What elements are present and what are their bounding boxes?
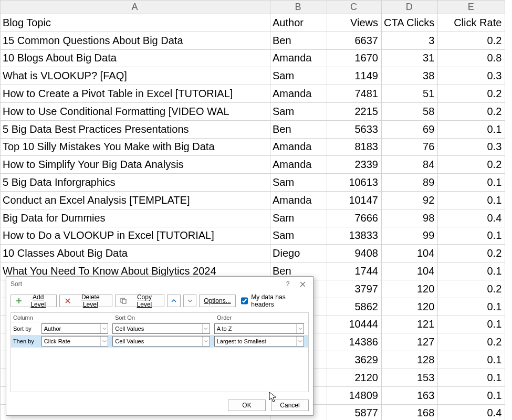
cell[interactable]: 0.3 — [438, 138, 505, 156]
cell[interactable]: 3797 — [327, 280, 382, 298]
cell[interactable]: 128 — [382, 351, 438, 369]
cell[interactable]: 10 Classes About Big Data — [1, 245, 270, 262]
cell[interactable]: 0.1 — [438, 298, 505, 316]
cell[interactable]: 3 — [382, 32, 438, 49]
cell[interactable]: 0.2 — [438, 280, 505, 298]
level2-order-combo[interactable]: Largest to Smallest — [214, 336, 304, 346]
cell[interactable]: 5877 — [327, 404, 382, 420]
cell[interactable]: 0.3 — [438, 67, 505, 85]
move-down-button[interactable] — [183, 295, 197, 307]
cell[interactable]: 1670 — [327, 49, 382, 67]
header-cell[interactable]: Blog Topic — [1, 14, 270, 32]
header-cell[interactable]: Click Rate — [438, 14, 505, 32]
cell[interactable]: Sam — [270, 67, 327, 85]
cell[interactable]: Amanda — [270, 138, 327, 156]
level1-column-combo[interactable]: Author — [41, 323, 109, 334]
cell[interactable]: 0.1 — [438, 369, 505, 386]
cell[interactable]: 120 — [382, 280, 438, 298]
cell[interactable]: What is VLOOKUP? [FAQ] — [1, 67, 270, 85]
cell[interactable]: Sam — [270, 174, 327, 192]
cell[interactable]: 5633 — [327, 120, 382, 138]
cell[interactable]: 10613 — [327, 174, 382, 192]
col-header-b[interactable]: B — [270, 1, 327, 14]
cell[interactable]: 15 Common Questions About Big Data — [1, 32, 270, 49]
col-header-d[interactable]: D — [382, 1, 438, 14]
cell[interactable]: 84 — [382, 156, 438, 174]
cell[interactable]: 2120 — [327, 369, 382, 386]
cell[interactable]: Amanda — [270, 85, 327, 103]
cell[interactable]: 163 — [382, 386, 438, 404]
cancel-button[interactable]: Cancel — [271, 400, 309, 411]
cell[interactable]: 38 — [382, 67, 438, 85]
cell[interactable]: 0.4 — [438, 404, 505, 420]
cell[interactable]: Diego — [270, 245, 327, 262]
cell[interactable]: 0.2 — [438, 333, 505, 351]
cell[interactable]: 0.2 — [438, 156, 505, 174]
help-button[interactable]: ? — [280, 278, 295, 290]
cell[interactable]: How to Do a VLOOKUP in Excel [TUTORIAL] — [1, 227, 270, 245]
cell[interactable]: 10 Blogs About Big Data — [1, 49, 270, 67]
cell[interactable]: Top 10 Silly Mistakes You Make with Big … — [1, 138, 270, 156]
header-cell[interactable]: Views — [327, 14, 382, 32]
cell[interactable]: 120 — [382, 298, 438, 316]
cell[interactable]: Amanda — [270, 49, 327, 67]
cell[interactable]: 14809 — [327, 386, 382, 404]
cell[interactable]: 31 — [382, 49, 438, 67]
cell[interactable]: 168 — [382, 404, 438, 420]
cell[interactable]: 10444 — [327, 316, 382, 333]
options-button[interactable]: Options... — [199, 295, 235, 307]
cell[interactable]: 8183 — [327, 138, 382, 156]
cell[interactable]: 0.1 — [438, 227, 505, 245]
cell[interactable]: 0.1 — [438, 386, 505, 404]
col-header-e[interactable]: E — [438, 1, 505, 14]
cell[interactable]: 0.4 — [438, 209, 505, 227]
cell[interactable]: 92 — [382, 191, 438, 209]
level1-order-combo[interactable]: A to Z — [214, 323, 304, 334]
cell[interactable]: 5 Big Data Inforgraphics — [1, 174, 270, 192]
move-up-button[interactable] — [167, 295, 181, 307]
cell[interactable]: 0.1 — [438, 351, 505, 369]
cell[interactable]: 0.1 — [438, 120, 505, 138]
level1-sorton-combo[interactable]: Cell Values — [112, 323, 210, 334]
cell[interactable]: 153 — [382, 369, 438, 386]
cell[interactable]: 7481 — [327, 85, 382, 103]
copy-level-button[interactable]: Copy Level — [115, 295, 164, 307]
cell[interactable]: 0.2 — [438, 32, 505, 49]
cell[interactable]: How to Use Conditional Formatting [VIDEO… — [1, 102, 270, 120]
cell[interactable]: Ben — [270, 32, 327, 49]
cell[interactable]: 104 — [382, 262, 438, 280]
cell[interactable]: 5 Big Data Best Practices Presentations — [1, 120, 270, 138]
cell[interactable]: 0.1 — [438, 316, 505, 333]
cell[interactable]: 0.8 — [438, 49, 505, 67]
cell[interactable]: 76 — [382, 138, 438, 156]
cell[interactable]: 89 — [382, 174, 438, 192]
cell[interactable]: 51 — [382, 85, 438, 103]
header-cell[interactable]: CTA Clicks — [382, 14, 438, 32]
cell[interactable]: 1744 — [327, 262, 382, 280]
cell[interactable]: 0.2 — [438, 102, 505, 120]
ok-button[interactable]: OK — [228, 400, 266, 411]
delete-level-button[interactable]: Delete Level — [59, 295, 112, 307]
cell[interactable]: Amanda — [270, 156, 327, 174]
cell[interactable]: Sam — [270, 102, 327, 120]
cell[interactable]: 98 — [382, 209, 438, 227]
cell[interactable]: 5862 — [327, 298, 382, 316]
cell[interactable]: 121 — [382, 316, 438, 333]
close-button[interactable] — [295, 278, 310, 290]
cell[interactable]: 0.1 — [438, 191, 505, 209]
cell[interactable]: Big Data for Dummies — [1, 209, 270, 227]
level2-column-combo[interactable]: Click Rate — [41, 336, 109, 346]
cell[interactable]: 58 — [382, 102, 438, 120]
col-header-c[interactable]: C — [327, 1, 382, 14]
cell[interactable]: Sam — [270, 227, 327, 245]
cell[interactable]: 69 — [382, 120, 438, 138]
cell[interactable]: How to Create a Pivot Table in Excel [TU… — [1, 85, 270, 103]
cell[interactable]: 2339 — [327, 156, 382, 174]
cell[interactable]: 0.1 — [438, 262, 505, 280]
cell[interactable]: 10147 — [327, 191, 382, 209]
header-cell[interactable]: Author — [270, 14, 327, 32]
cell[interactable]: 0.1 — [438, 174, 505, 192]
cell[interactable]: Ben — [270, 120, 327, 138]
cell[interactable]: 6637 — [327, 32, 382, 49]
level2-sorton-combo[interactable]: Cell Values — [112, 336, 210, 346]
